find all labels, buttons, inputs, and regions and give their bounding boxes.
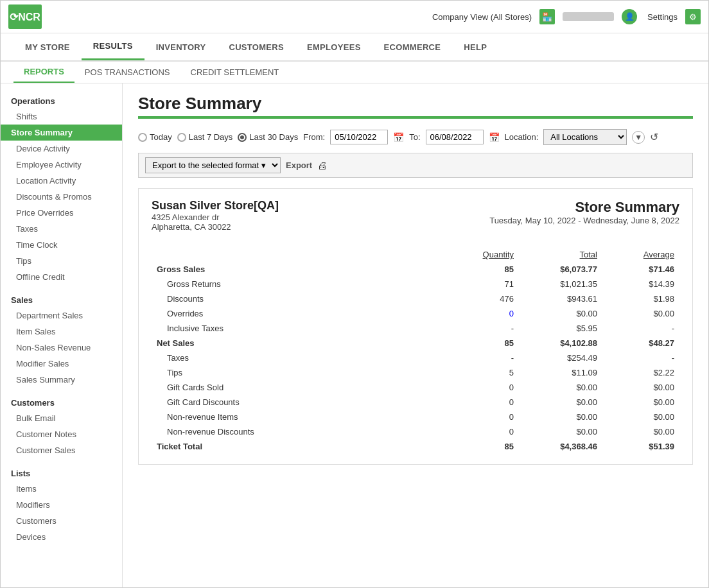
to-calendar-icon[interactable]: 📅 bbox=[489, 132, 500, 143]
table-row: Overrides0$0.00$0.00 bbox=[152, 306, 679, 321]
sidebar-item-discounts-promos[interactable]: Discounts & Promos bbox=[1, 189, 122, 205]
export-bar: Export to the selected format ▾ Export 🖨 bbox=[138, 153, 693, 178]
sidebar-item-modifiers[interactable]: Modifiers bbox=[1, 497, 122, 513]
row-avg: $1.98 bbox=[602, 291, 679, 306]
nav-my-store[interactable]: MY STORE bbox=[13, 35, 82, 60]
row-total: $0.00 bbox=[519, 424, 602, 439]
table-row: Ticket Total85$4,368.46$51.39 bbox=[152, 439, 679, 454]
table-header-row: Quantity Total Average bbox=[152, 247, 679, 262]
filter-last7-label: Last 7 Days bbox=[189, 132, 233, 142]
row-qty: 85 bbox=[455, 262, 519, 277]
sidebar-item-time-clock[interactable]: Time Clock bbox=[1, 237, 122, 253]
sidebar-item-offline-credit[interactable]: Offline Credit bbox=[1, 269, 122, 285]
col-header-average: Average bbox=[602, 247, 679, 262]
sidebar-item-customer-sales[interactable]: Customer Sales bbox=[1, 442, 122, 458]
nav-employees[interactable]: EMPLOYEES bbox=[295, 35, 372, 60]
row-label: Taxes bbox=[152, 350, 455, 365]
row-avg: $0.00 bbox=[602, 380, 679, 395]
row-avg: $0.00 bbox=[602, 424, 679, 439]
nav-ecommerce[interactable]: ECOMMERCE bbox=[372, 35, 453, 60]
location-select[interactable]: All Locations bbox=[543, 129, 627, 145]
main-content: Store Summary Today Last 7 Days Last 30 … bbox=[123, 83, 708, 587]
row-qty: 476 bbox=[455, 291, 519, 306]
summary-table: Quantity Total Average Gross Sales85$6,0… bbox=[152, 247, 679, 454]
store-address1: 4325 Alexander dr bbox=[152, 212, 279, 222]
sub-nav: REPORTS POS TRANSACTIONS CREDIT SETTLEME… bbox=[1, 62, 708, 83]
store-name: Susan Silver Store[QA] bbox=[152, 199, 279, 212]
table-row: Gift Cards Sold0$0.00$0.00 bbox=[152, 380, 679, 395]
col-header-label bbox=[152, 247, 455, 262]
filter-bar: Today Last 7 Days Last 30 Days From: 📅 T… bbox=[138, 129, 693, 145]
row-avg: $0.00 bbox=[602, 395, 679, 410]
from-label: From: bbox=[303, 132, 325, 142]
sidebar-item-bulk-email[interactable]: Bulk Email bbox=[1, 410, 122, 426]
export-button[interactable]: Export bbox=[286, 160, 312, 170]
row-qty: 0 bbox=[455, 380, 519, 395]
row-avg: $51.39 bbox=[602, 439, 679, 454]
row-total: $5.95 bbox=[519, 321, 602, 336]
sidebar-item-devices[interactable]: Devices bbox=[1, 529, 122, 545]
row-label: Gross Returns bbox=[152, 277, 455, 291]
table-row: Non-revenue Items0$0.00$0.00 bbox=[152, 410, 679, 424]
store-icon[interactable]: 🏪 bbox=[539, 9, 555, 24]
sidebar-item-price-overrides[interactable]: Price Overrides bbox=[1, 205, 122, 221]
row-total: $6,073.77 bbox=[519, 262, 602, 277]
row-qty: - bbox=[455, 350, 519, 365]
sidebar-item-shifts[interactable]: Shifts bbox=[1, 108, 122, 125]
user-name-blurred bbox=[563, 12, 614, 21]
sidebar-item-customers-list[interactable]: Customers bbox=[1, 513, 122, 529]
subnav-pos-transactions[interactable]: POS TRANSACTIONS bbox=[74, 62, 180, 82]
nav-customers[interactable]: CUSTOMERS bbox=[217, 35, 295, 60]
filter-last30[interactable]: Last 30 Days bbox=[238, 132, 298, 142]
filter-last30-label: Last 30 Days bbox=[249, 132, 298, 142]
store-header: Susan Silver Store[QA] 4325 Alexander dr… bbox=[152, 199, 679, 232]
filter-last7[interactable]: Last 7 Days bbox=[177, 132, 233, 142]
content-area: Operations Shifts Store Summary Device A… bbox=[1, 83, 708, 587]
sidebar-item-tips[interactable]: Tips bbox=[1, 253, 122, 269]
subnav-reports[interactable]: REPORTS bbox=[13, 62, 74, 83]
row-avg: - bbox=[602, 350, 679, 365]
sidebar-item-location-activity[interactable]: Location Activity bbox=[1, 173, 122, 189]
report-scroll[interactable]: Susan Silver Store[QA] 4325 Alexander dr… bbox=[139, 189, 692, 464]
sidebar-item-non-sales-revenue[interactable]: Non-Sales Revenue bbox=[1, 340, 122, 356]
store-info: Susan Silver Store[QA] 4325 Alexander dr… bbox=[152, 199, 279, 232]
ncr-logo: ⟳NCR bbox=[8, 4, 42, 29]
user-avatar[interactable]: 👤 bbox=[622, 9, 637, 24]
row-total: $11.09 bbox=[519, 365, 602, 380]
sidebar-item-modifier-sales[interactable]: Modifier Sales bbox=[1, 356, 122, 372]
sidebar-item-items[interactable]: Items bbox=[1, 481, 122, 497]
main-nav: MY STORE RESULTS INVENTORY CUSTOMERS EMP… bbox=[1, 33, 708, 62]
to-label: To: bbox=[409, 132, 420, 142]
nav-help[interactable]: HELP bbox=[452, 35, 498, 60]
filter-today[interactable]: Today bbox=[138, 132, 172, 142]
sidebar-item-sales-summary[interactable]: Sales Summary bbox=[1, 372, 122, 388]
row-qty: 0 bbox=[455, 410, 519, 424]
row-avg: $71.46 bbox=[602, 262, 679, 277]
sidebar-item-item-sales[interactable]: Item Sales bbox=[1, 324, 122, 340]
from-date-input[interactable] bbox=[330, 130, 388, 144]
location-label: Location: bbox=[505, 132, 539, 142]
nav-results[interactable]: RESULTS bbox=[82, 33, 144, 60]
print-icon[interactable]: 🖨 bbox=[317, 160, 327, 171]
sidebar-item-customer-notes[interactable]: Customer Notes bbox=[1, 426, 122, 442]
sidebar-item-department-sales[interactable]: Department Sales bbox=[1, 307, 122, 324]
col-header-total: Total bbox=[519, 247, 602, 262]
settings-icon[interactable]: ⚙ bbox=[685, 9, 701, 24]
refresh-button[interactable]: ↺ bbox=[650, 131, 658, 143]
to-date-input[interactable] bbox=[426, 130, 484, 144]
row-avg: $48.27 bbox=[602, 336, 679, 350]
sidebar-item-employee-activity[interactable]: Employee Activity bbox=[1, 157, 122, 173]
sidebar-item-taxes[interactable]: Taxes bbox=[1, 221, 122, 237]
report-date-range: Tuesday, May 10, 2022 - Wednesday, June … bbox=[489, 216, 679, 225]
row-qty: - bbox=[455, 321, 519, 336]
dropdown-arrow-icon[interactable]: ▼ bbox=[632, 131, 645, 144]
sidebar-item-store-summary[interactable]: Store Summary bbox=[1, 125, 122, 141]
row-label: Non-revenue Discounts bbox=[152, 424, 455, 439]
sidebar-item-device-activity[interactable]: Device Activity bbox=[1, 141, 122, 157]
row-label: Net Sales bbox=[152, 336, 455, 350]
subnav-credit-settlement[interactable]: CREDIT SETTLEMENT bbox=[180, 62, 290, 82]
row-label: Discounts bbox=[152, 291, 455, 306]
export-format-select[interactable]: Export to the selected format ▾ bbox=[145, 157, 281, 173]
from-calendar-icon[interactable]: 📅 bbox=[393, 132, 404, 143]
nav-inventory[interactable]: INVENTORY bbox=[144, 35, 218, 60]
